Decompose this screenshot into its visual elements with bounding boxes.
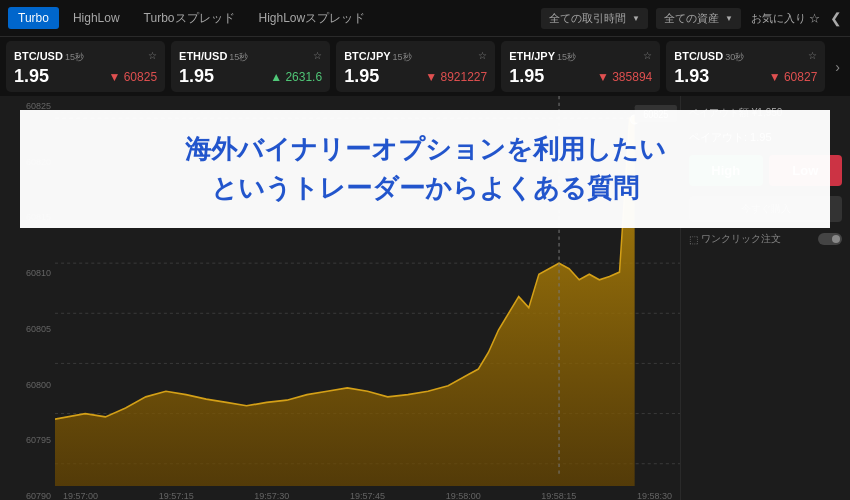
x-label: 19:57:45 (350, 491, 385, 500)
ticker-change: ▲ 2631.6 (270, 70, 322, 84)
tab-turbo-spread[interactable]: Turboスプレッド (134, 6, 245, 31)
ticker-price: 1.95 (509, 66, 544, 87)
x-label: 19:57:15 (159, 491, 194, 500)
star-icon[interactable]: ☆ (478, 50, 487, 61)
overlay-line2: というトレーダーからよくある質問 (211, 169, 639, 208)
ticker-price: 1.95 (14, 66, 49, 87)
y-label: 60795 (4, 435, 51, 445)
x-label: 19:58:30 (637, 491, 672, 500)
y-label: 60800 (4, 380, 51, 390)
favorites-button[interactable]: お気に入り ☆ (751, 11, 820, 26)
overlay-text-box: 海外バイナリーオプションを利用したい というトレーダーからよくある質問 (20, 110, 830, 228)
ticker-change: ▼ 60827 (769, 70, 818, 84)
x-label: 19:58:15 (541, 491, 576, 500)
y-label: 60790 (4, 491, 51, 500)
star-icon[interactable]: ☆ (643, 50, 652, 61)
ticker-row: BTC/USD15秒 ☆ 1.95 ▼ 60825 ETH/USD15秒 ☆ 1… (0, 36, 850, 96)
tab-highlow-spread[interactable]: HighLowスプレッド (249, 6, 376, 31)
y-label: 60810 (4, 268, 51, 278)
chevron-down-icon: ▼ (725, 14, 733, 23)
ticker-change: ▼ 8921227 (425, 70, 487, 84)
x-label: 19:57:00 (63, 491, 98, 500)
ticker-ethusd-15[interactable]: ETH/USD15秒 ☆ 1.95 ▲ 2631.6 (171, 41, 330, 92)
ticker-more-button[interactable]: › (831, 41, 844, 92)
tab-turbo[interactable]: Turbo (8, 7, 59, 29)
ticker-change: ▼ 60825 (108, 70, 157, 84)
ticker-btcusd-30[interactable]: BTC/USD30秒 ☆ 1.93 ▼ 60827 (666, 41, 825, 92)
x-axis: 19:57:00 19:57:15 19:57:30 19:57:45 19:5… (55, 486, 680, 500)
star-icon[interactable]: ☆ (313, 50, 322, 61)
tab-highlow[interactable]: HighLow (63, 7, 130, 29)
ticker-btcjpy-15[interactable]: BTC/JPY15秒 ☆ 1.95 ▼ 8921227 (336, 41, 495, 92)
ticker-price: 1.95 (344, 66, 379, 87)
x-label: 19:58:00 (446, 491, 481, 500)
chevron-down-icon: ▼ (632, 14, 640, 23)
x-label: 19:57:30 (254, 491, 289, 500)
ticker-btcusd-15[interactable]: BTC/USD15秒 ☆ 1.95 ▼ 60825 (6, 41, 165, 92)
one-click-label: ⬚ ワンクリック注文 (689, 232, 781, 246)
filter-asset[interactable]: 全ての資産 ▼ (656, 8, 741, 29)
ticker-change: ▼ 385894 (597, 70, 652, 84)
star-icon[interactable]: ☆ (148, 50, 157, 61)
top-nav: Turbo HighLow Turboスプレッド HighLowスプレッド 全て… (0, 0, 850, 36)
one-click-row: ⬚ ワンクリック注文 (689, 232, 842, 246)
ticker-ethjpy-15[interactable]: ETH/JPY15秒 ☆ 1.95 ▼ 385894 (501, 41, 660, 92)
toggle-knob (832, 235, 840, 243)
one-click-toggle[interactable] (818, 233, 842, 245)
collapse-button[interactable]: ❮ (830, 10, 842, 26)
star-icon[interactable]: ☆ (808, 50, 817, 61)
ticker-price: 1.93 (674, 66, 709, 87)
trading-platform-bg: Turbo HighLow Turboスプレッド HighLowスプレッド 全て… (0, 0, 850, 500)
oneclick-icon: ⬚ (689, 234, 698, 245)
overlay-line1: 海外バイナリーオプションを利用したい (185, 130, 666, 169)
y-label: 60805 (4, 324, 51, 334)
ticker-price: 1.95 (179, 66, 214, 87)
filter-time[interactable]: 全ての取引時間 ▼ (541, 8, 648, 29)
